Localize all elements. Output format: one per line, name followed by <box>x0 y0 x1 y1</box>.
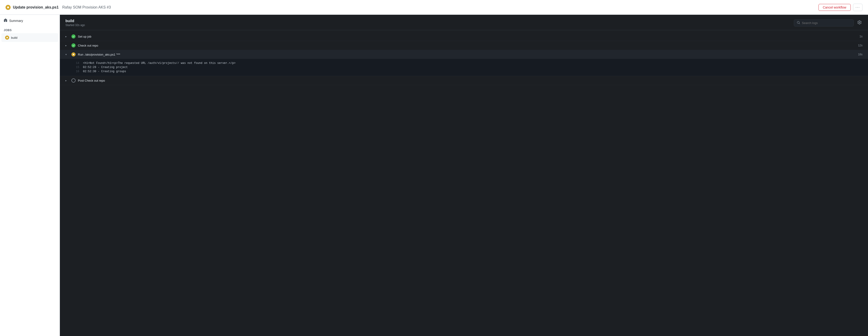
step-time: 18s <box>858 53 863 56</box>
build-title: build <box>65 19 85 23</box>
workflow-title-sub: Rafay SOM Provision AKS #3 <box>62 5 111 9</box>
sidebar: Summary Jobs build <box>0 15 60 336</box>
chevron-down-icon: ▾ <box>65 53 69 56</box>
step-name: Run ./aks/provision_aks.ps1 '*** <box>78 53 856 56</box>
sidebar-item-build[interactable]: build <box>1 33 58 42</box>
log-content: 14 <h1>Not Found</h1><p>The requested UR… <box>60 59 868 76</box>
step-name: Post Check out repo <box>78 79 860 82</box>
build-content-area: build Started 32s ago <box>60 15 868 336</box>
search-icon <box>797 21 800 25</box>
workflow-title-bold: Update provision_aks.ps1 <box>13 5 59 9</box>
header-left: Update provision_aks.ps1 Rafay SOM Provi… <box>5 5 111 10</box>
home-icon <box>4 19 7 23</box>
build-job-status-icon <box>5 35 9 40</box>
log-line-text: 02:52:28 - Creating project <box>83 66 128 69</box>
main-layout: Summary Jobs build build Started 32s ago <box>0 15 868 336</box>
build-job-label: build <box>11 36 17 39</box>
search-logs-input[interactable] <box>802 21 851 25</box>
step-status-success-icon <box>71 34 75 38</box>
chevron-right-icon: ▸ <box>65 44 69 47</box>
step-row[interactable]: ▾ Run ./aks/provision_aks.ps1 '*** 18s <box>60 50 868 59</box>
log-line: 16 02:52:30 - Creating groups <box>74 69 863 74</box>
log-line-number: 15 <box>74 66 79 69</box>
build-subtitle: Started 32s ago <box>65 24 85 27</box>
step-status-pending-icon <box>71 78 75 83</box>
summary-label: Summary <box>9 19 23 23</box>
chevron-right-icon: ▸ <box>65 35 69 38</box>
build-header-left: build Started 32s ago <box>65 19 85 27</box>
sidebar-item-summary[interactable]: Summary <box>0 15 60 27</box>
step-row[interactable]: ▸ Set up job 1s <box>60 32 868 41</box>
step-row[interactable]: ▸ Post Check out repo <box>60 76 868 85</box>
build-job-status-icon-inner <box>6 37 8 38</box>
step-time: 1s <box>860 35 863 38</box>
step-status-success-icon <box>71 44 75 48</box>
log-settings-button[interactable] <box>857 19 863 27</box>
log-line-text: 02:52:30 - Creating groups <box>83 70 126 73</box>
log-line: 15 02:52:28 - Creating project <box>74 65 863 69</box>
more-options-button[interactable]: ··· <box>853 4 863 11</box>
cancel-workflow-button[interactable]: Cancel workflow <box>818 4 851 11</box>
log-line-number: 14 <box>74 62 79 65</box>
workflow-status-icon <box>5 5 10 10</box>
step-status-running-icon <box>71 52 75 56</box>
steps-list: ▸ Set up job 1s ▸ Check out repo 12s ▾ <box>60 30 868 336</box>
workflow-status-icon-inner <box>7 6 9 8</box>
search-logs-container <box>794 19 854 27</box>
log-line-text: <h1>Not Found</h1><p>The requested URL /… <box>83 62 236 65</box>
step-status-running-icon-inner <box>73 54 74 55</box>
log-line: 14 <h1>Not Found</h1><p>The requested UR… <box>74 61 863 65</box>
log-line-number: 16 <box>74 70 79 73</box>
top-header: Update provision_aks.ps1 Rafay SOM Provi… <box>0 0 868 15</box>
build-header-right <box>794 19 863 27</box>
build-header: build Started 32s ago <box>60 15 868 30</box>
chevron-right-icon: ▸ <box>65 79 69 82</box>
step-row[interactable]: ▸ Check out repo 12s <box>60 41 868 50</box>
step-time: 12s <box>858 44 863 47</box>
step-name: Check out repo <box>78 44 856 47</box>
step-name: Set up job <box>78 35 857 38</box>
jobs-section-label: Jobs <box>0 27 60 33</box>
header-right: Cancel workflow ··· <box>818 4 863 11</box>
